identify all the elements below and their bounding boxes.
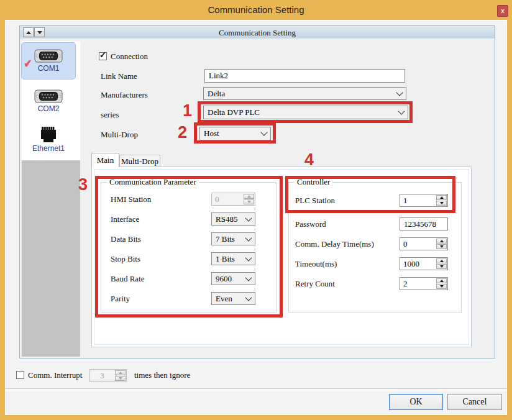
check-icon: ✓	[99, 50, 106, 60]
manufacturers-select[interactable]: Delta	[203, 87, 406, 100]
hmi-station-label: HMI Station	[111, 193, 151, 206]
hmi-station-value: 0	[212, 193, 243, 205]
series-value: Delta DVP PLC	[208, 107, 260, 117]
controller-title: Controller	[295, 177, 332, 187]
chevron-down-icon	[245, 274, 252, 281]
interface-select[interactable]: RS485	[211, 212, 255, 226]
parity-label: Parity	[111, 292, 130, 305]
ok-button[interactable]: OK	[389, 394, 443, 410]
down-arrow-icon	[37, 31, 42, 34]
plc-station-value[interactable]: 1	[400, 194, 436, 206]
window-title: Communication Setting	[208, 4, 304, 15]
chevron-down-icon	[396, 89, 403, 96]
annotation-number-3: 3	[78, 175, 88, 194]
move-up-button[interactable]	[23, 27, 34, 37]
retry-count-label: Retry Count	[295, 277, 335, 290]
series-label: series	[101, 108, 119, 121]
password-value: 12345678	[404, 219, 436, 229]
data-bits-value: 7 Bits	[216, 234, 235, 244]
ethernet-icon	[40, 126, 57, 143]
stop-bits-label: Stop Bits	[111, 252, 140, 265]
chevron-down-icon	[398, 107, 405, 114]
spin-up-icon	[115, 370, 126, 375]
comm-interrupt-label: Comm. Interrupt	[28, 368, 82, 381]
timeout-spinner[interactable]: 1000	[400, 257, 448, 270]
sidebar-item-com1[interactable]: ✔ COM1	[21, 42, 76, 80]
annotation-number-2: 2	[178, 123, 187, 142]
sidebar-item-label: COM1	[38, 64, 60, 73]
retry-count-spinner[interactable]: 2	[400, 277, 448, 290]
password-input[interactable]: 12345678	[400, 217, 448, 231]
sidebar-item-ethernet1[interactable]: Ethernet1	[21, 121, 76, 158]
spin-down-icon[interactable]	[436, 201, 447, 206]
spin-up-icon[interactable]	[436, 278, 447, 283]
communication-parameter-group: Communication Parameter HMI Station 0 In…	[101, 182, 277, 313]
close-button[interactable]: x	[497, 5, 508, 17]
spin-down-icon	[115, 376, 126, 381]
stop-bits-value: 1 Bits	[216, 254, 235, 264]
communication-parameter-title: Communication Parameter	[107, 177, 199, 187]
chevron-down-icon	[245, 254, 252, 261]
dialog-body: Communication Setting ✔ C	[5, 20, 507, 415]
manufacturers-label: Manufacturers	[101, 88, 148, 101]
data-bits-label: Data Bits	[111, 232, 141, 245]
comm-interrupt-suffix: times then ignore	[134, 368, 190, 381]
spin-up-icon	[244, 194, 254, 199]
link-name-input[interactable]: Link2	[204, 69, 405, 83]
red-check-icon: ✔	[23, 57, 33, 70]
stop-bits-select[interactable]: 1 Bits	[211, 252, 255, 265]
panel-header-title: Communication Setting	[20, 26, 495, 39]
password-label: Password	[295, 217, 326, 231]
comm-interrupt-checkbox[interactable]	[16, 371, 24, 379]
spin-up-icon[interactable]	[436, 239, 447, 244]
comm-delay-label: Comm. Delay Time(ms)	[295, 237, 374, 250]
close-icon: x	[501, 7, 505, 14]
communication-setting-panel: Communication Setting ✔ C	[19, 25, 495, 358]
parity-select[interactable]: Even	[211, 292, 255, 305]
annotation-number-4: 4	[304, 150, 314, 170]
tab-main[interactable]: Main	[91, 153, 119, 167]
sidebar-item-com2[interactable]: COM2	[21, 83, 76, 120]
chevron-down-icon	[245, 294, 252, 301]
chevron-down-icon	[260, 129, 267, 135]
spin-down-icon[interactable]	[436, 284, 447, 289]
interface-value: RS485	[216, 214, 237, 224]
spin-up-icon[interactable]	[436, 195, 447, 200]
annotation-number-1: 1	[183, 101, 192, 121]
panel-header: Communication Setting	[20, 26, 495, 39]
multidrop-value: Host	[204, 129, 219, 139]
series-select[interactable]: Delta DVP PLC	[203, 106, 408, 119]
chevron-down-icon	[245, 234, 252, 241]
chevron-down-icon	[245, 214, 252, 221]
interface-label: Interface	[111, 212, 139, 226]
cancel-button[interactable]: Cancel	[447, 394, 502, 410]
baud-rate-value: 9600	[216, 274, 232, 284]
move-down-button[interactable]	[34, 27, 45, 37]
comm-delay-spinner[interactable]: 0	[400, 237, 448, 250]
retry-count-value[interactable]: 2	[400, 278, 436, 290]
comm-delay-value[interactable]: 0	[400, 238, 436, 250]
footer-divider	[6, 388, 506, 390]
plc-station-label: PLC Station	[295, 194, 335, 207]
serial-port-icon	[34, 89, 63, 103]
spin-up-icon[interactable]	[436, 258, 447, 263]
plc-station-spinner[interactable]: 1	[400, 194, 448, 207]
comm-interrupt-spinner: 3	[89, 369, 127, 382]
connection-label: Connection	[111, 50, 148, 63]
data-bits-select[interactable]: 7 Bits	[211, 232, 255, 245]
timeout-value[interactable]: 1000	[400, 258, 436, 270]
spin-down-icon[interactable]	[436, 244, 447, 249]
multidrop-label: Multi-Drop	[101, 128, 138, 141]
manufacturers-value: Delta	[208, 89, 225, 99]
sidebar-item-label: Ethernet1	[32, 144, 65, 153]
connection-checkbox[interactable]: ✓	[99, 52, 107, 60]
spin-down-icon[interactable]	[436, 264, 447, 269]
tab-multi-drop[interactable]: Multi-Drop	[119, 155, 160, 167]
multidrop-select[interactable]: Host	[199, 127, 271, 140]
up-arrow-icon	[26, 31, 31, 34]
controller-group: Controller PLC Station 1 Password 123456…	[288, 182, 462, 313]
baud-rate-select[interactable]: 9600	[211, 272, 255, 285]
serial-port-icon	[34, 49, 63, 63]
comm-interrupt-value: 3	[90, 370, 114, 381]
baud-rate-label: Baud Rate	[111, 272, 145, 285]
